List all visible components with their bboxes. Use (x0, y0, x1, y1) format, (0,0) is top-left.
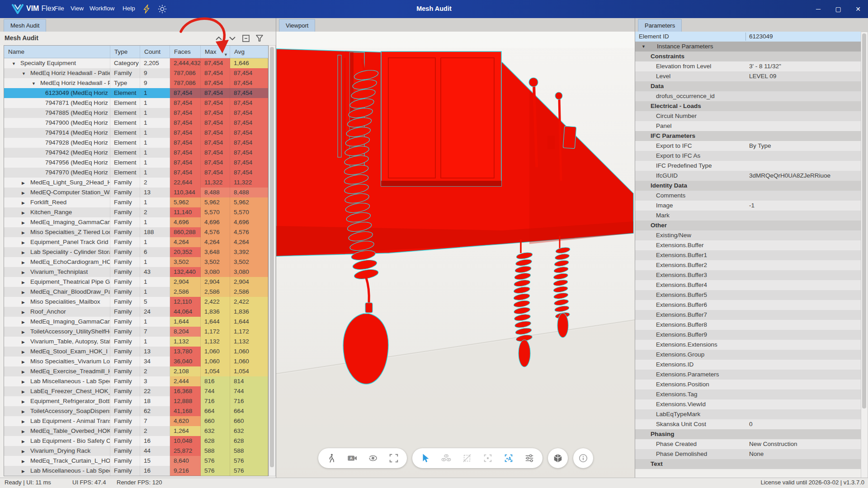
expand-arrow-icon[interactable]: ▶ (22, 427, 30, 436)
table-row[interactable]: ▶Miso Specialities_MailboxFamily512,1102… (4, 297, 268, 307)
parameter-row[interactable]: Data (635, 81, 862, 91)
parameter-row[interactable]: IfcGUID3dMRQeQrH0UA8ZJeRRiuoe (635, 171, 862, 181)
expand-arrow-icon[interactable]: ▶ (22, 377, 30, 386)
parameter-row[interactable]: Panel (635, 121, 862, 131)
table-row[interactable]: 7947942 (MedEq Horiz HeElement187,45487,… (4, 148, 268, 158)
collapse-all-icon[interactable] (241, 34, 250, 43)
table-row[interactable]: ▶MedEq_Exercise_Treadmill_HOFamily22,108… (4, 366, 268, 376)
table-row[interactable]: ▶Lab Miscellaneous - Lab SpeciaFamily169… (4, 466, 268, 476)
expand-arrow-icon[interactable]: ▶ (22, 198, 30, 207)
collapse-arrow-icon[interactable]: ▼ (12, 59, 20, 68)
parameters-scrollbar[interactable] (861, 32, 868, 479)
table-row[interactable]: ▶MedEq_Table_Overbed_HOK_LFamily21,26463… (4, 426, 268, 436)
expand-arrow-icon[interactable]: ▶ (22, 446, 30, 456)
parameter-row[interactable]: ▼Instance Parameters (635, 42, 862, 52)
table-row[interactable]: ▶Lab Miscellaneous - Lab SpeciaFamily32,… (4, 376, 268, 386)
table-row[interactable]: 7947928 (MedEq Horiz HeElement187,45487,… (4, 138, 268, 148)
left-table-scrollbar[interactable] (269, 45, 276, 476)
parameter-row[interactable]: IFC Predefined Type (635, 161, 862, 171)
expand-arrow-icon[interactable]: ▶ (22, 228, 30, 237)
table-row[interactable]: ▶Equipment_Refrigerator_BottlFamily1812,… (4, 396, 268, 406)
column-header-avg[interactable]: Avg (230, 46, 268, 58)
parameter-row[interactable]: Existing/New (635, 230, 862, 240)
column-header-faces[interactable]: Faces (170, 46, 201, 58)
parameter-row[interactable]: Phase DemolishedNone (635, 449, 862, 459)
parameter-row[interactable]: Extensions.ID (635, 360, 862, 370)
table-row[interactable]: ▶MedEQ-Computer Station_WallFamily13110,… (4, 188, 268, 197)
tab-mesh-audit[interactable]: Mesh Audit (4, 19, 46, 32)
table-row[interactable]: ▶LabEq_Freezer_Chest_HOK_IFamily2216,368… (4, 386, 268, 396)
table-row[interactable]: ▶ToiletAccessory_SoapDispenseFamily6241,… (4, 406, 268, 416)
table-row[interactable]: 7947970 (MedEq Horiz HeElement187,45487,… (4, 168, 268, 178)
column-header-count[interactable]: Count (140, 46, 170, 58)
parameter-row[interactable]: Extensions.Parameters (635, 370, 862, 380)
parameter-row[interactable]: Mark (635, 211, 862, 221)
parameter-row[interactable]: Extensions.Buffer (635, 240, 862, 250)
table-row[interactable]: ▼Specialty EquipmentCategory2,2052,444,4… (4, 58, 268, 68)
expand-arrow-icon[interactable]: ▶ (22, 287, 30, 297)
section-box-icon[interactable] (462, 453, 472, 463)
chevron-down-icon[interactable] (228, 34, 237, 43)
table-row[interactable]: ▶MedEq_Light_Surg_2Head_HOKFamily222,644… (4, 178, 268, 188)
parameter-row[interactable]: Text (635, 459, 862, 469)
frame-icon[interactable] (389, 453, 399, 463)
table-row[interactable]: ▶Equipment_Panel Track GridFamily14,2644… (4, 237, 268, 247)
table-row[interactable]: ▶Lab Equipment - Animal TranspFamily74,6… (4, 416, 268, 426)
parameter-row[interactable]: Extensions.Extensions (635, 340, 862, 350)
table-row[interactable]: ▶Vivarium_Table, Autopsy, StatiFamily11,… (4, 337, 268, 347)
collapse-arrow-icon[interactable]: ▼ (32, 79, 40, 88)
expand-arrow-icon[interactable]: ▶ (22, 466, 30, 476)
parameter-row[interactable]: Extensions.Buffer1 (635, 250, 862, 260)
expand-arrow-icon[interactable]: ▶ (22, 347, 30, 357)
table-row[interactable]: 7947956 (MedEq Horiz HeElement187,45487,… (4, 158, 268, 168)
expand-arrow-icon[interactable]: ▶ (22, 367, 30, 376)
table-row[interactable]: ▶MedEq_Stool_Exam_HOK_IFamily1313,7801,0… (4, 347, 268, 357)
table-row[interactable]: 7947871 (MedEq Horiz HeElement187,45487,… (4, 98, 268, 108)
parameter-row[interactable]: Image-1 (635, 201, 862, 211)
parameter-row[interactable]: Extensions.Buffer9 (635, 330, 862, 340)
collapse-arrow-icon[interactable]: ▼ (22, 69, 30, 78)
parameter-row[interactable]: Extensions.Buffer5 (635, 290, 862, 300)
parameter-row[interactable]: Extensions.Buffer3 (635, 270, 862, 280)
element-id-row[interactable]: Element ID 6123049 (635, 32, 862, 42)
expand-arrow-icon[interactable]: ▶ (22, 307, 30, 317)
parameter-row[interactable]: Export to IFC As (635, 151, 862, 161)
expand-arrow-icon[interactable]: ▶ (22, 267, 30, 277)
expand-arrow-icon[interactable]: ▶ (22, 277, 30, 287)
column-header-type[interactable]: Type (110, 46, 140, 58)
parameter-row[interactable]: IFC Parameters (635, 131, 862, 141)
expand-arrow-icon[interactable]: ▶ (22, 407, 30, 416)
parameter-row[interactable]: Export to IFCBy Type (635, 141, 862, 151)
parameter-row[interactable]: LabEqTypeMark (635, 409, 862, 419)
expand-arrow-icon[interactable]: ▶ (22, 337, 30, 347)
table-row[interactable]: ▶Lab Equipment - Bio Safety CabFamily161… (4, 436, 268, 446)
parameter-row[interactable]: Electrical - Loads (635, 101, 862, 111)
camera-icon[interactable]: A (347, 453, 357, 463)
parameter-row[interactable]: Extensions.Group (635, 350, 862, 360)
expand-arrow-icon[interactable]: ▶ (22, 456, 30, 466)
parameter-row[interactable]: Extensions.Buffer2 (635, 260, 862, 270)
parameter-row[interactable]: Extensions.Buffer6 (635, 300, 862, 310)
parameter-row[interactable]: Comments (635, 191, 862, 201)
table-row[interactable]: ▶Roof_AnchorFamily2444,0641,8361,836 (4, 307, 268, 317)
table-row[interactable]: ▶MedEq_Imaging_GammaCameraFamily14,6964,… (4, 217, 268, 227)
collapse-arrow-icon[interactable]: ▼ (642, 42, 646, 52)
table-row[interactable]: ▶MedEq_EchoCardiogram_HOKFamily13,5023,5… (4, 257, 268, 267)
parameter-row[interactable]: Elevation from Level3' - 8 11/32" (635, 61, 862, 71)
table-row[interactable]: ▶Lab Speciality - Cylinder StoragFamily6… (4, 247, 268, 257)
table-row[interactable]: ▶MedEq_Track_Curtain_L_HOKFamily158,6405… (4, 456, 268, 466)
expand-arrow-icon[interactable]: ▶ (22, 258, 30, 267)
table-row[interactable]: ▼MedEq Horiz Headwall - PatientFamily978… (4, 68, 268, 78)
orbit-icon[interactable] (368, 453, 378, 463)
select-text-icon[interactable]: A (504, 453, 514, 463)
focus-icon[interactable] (483, 453, 493, 463)
cursor-icon[interactable] (420, 453, 430, 463)
parameter-row[interactable]: Extensions.Buffer8 (635, 320, 862, 330)
expand-arrow-icon[interactable]: ▶ (22, 397, 30, 406)
table-row[interactable]: ▶Kitchen_RangeFamily211,1405,5705,570 (4, 207, 268, 217)
expand-arrow-icon[interactable]: ▶ (22, 218, 30, 227)
table-row[interactable]: ▶Forklift_ReedFamily15,9625,9625,962 (4, 197, 268, 207)
cube-button[interactable] (548, 448, 568, 468)
table-row[interactable]: ▶MedEq_Chair_BloodDraw_PacFamily12,5862,… (4, 287, 268, 297)
parameter-row[interactable]: Extensions.Position (635, 380, 862, 389)
